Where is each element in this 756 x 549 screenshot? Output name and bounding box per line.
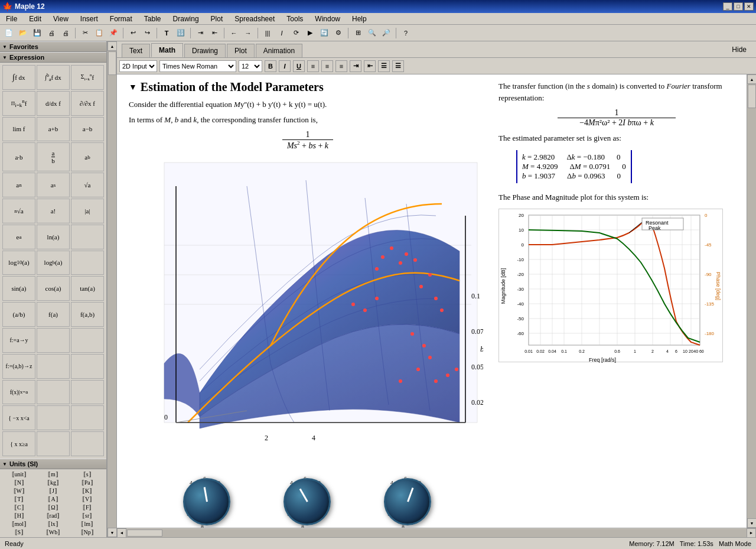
menu-drawing[interactable]: Drawing [170,14,203,24]
right-scroll-thumb[interactable] [748,85,756,108]
expr-factorial[interactable]: a! [37,199,70,223]
unit-unit[interactable]: ⟦unit⟧ [2,470,36,478]
tab-animation[interactable]: Animation [256,44,302,57]
menu-file[interactable]: File [2,14,21,24]
expr-subscript[interactable]: an [2,173,35,197]
outdent-format-button[interactable]: ⇤ [364,60,376,72]
expr-div[interactable]: ab [37,142,70,171]
expr-ln[interactable]: ln(a) [37,225,70,249]
menu-format[interactable]: Format [106,14,136,24]
expr-nth-root[interactable]: n√a [2,199,35,223]
expr-tan[interactable]: tan(a) [71,276,104,301]
right-scrollbar[interactable]: ▲ ▼ [747,74,756,528]
expr-log10[interactable]: log10(a) [2,251,35,275]
redo-button[interactable]: ↪ [141,27,154,40]
tab-math[interactable]: Math [151,43,183,57]
expr-pow[interactable]: ab [71,142,104,171]
knob-M[interactable] [183,478,230,525]
cut-button[interactable]: ✂ [79,27,92,40]
open-button[interactable]: 📂 [17,27,30,40]
favorites-header[interactable]: Favorites [0,41,106,52]
expr-cos[interactable]: cos(a) [37,276,70,301]
expression-header[interactable]: Expression [0,52,106,63]
expr-limit[interactable]: lim f [2,117,35,142]
mode-select[interactable]: 2D Input [119,60,157,72]
unit-Ohm[interactable]: ⟦Ω⟧ [37,503,70,511]
expr-integral-bounds[interactable]: ∫baf dx [37,65,70,90]
bottom-scrollbar[interactable]: ◄ ► [117,528,756,537]
expr-add[interactable]: a+b [37,117,70,142]
menu-edit[interactable]: Edit [25,14,45,24]
separator-button[interactable]: ||| [261,27,274,40]
align-right-button[interactable]: ≡ [335,60,347,72]
unit-N[interactable]: ⟦N⟧ [2,479,36,486]
paste-button[interactable]: 📌 [107,27,120,40]
expr-piecewise2[interactable]: { x x≥a [2,431,35,456]
zoom-in-button[interactable]: 🔍 [366,27,379,40]
expr-subscript-s[interactable]: as [37,173,70,197]
left-arrow-button[interactable]: ← [227,27,240,40]
menu-spreadsheet[interactable]: Spreadsheet [231,14,278,24]
right-scroll-up-button[interactable]: ▲ [747,74,756,84]
hide-button[interactable]: Hide [727,44,751,55]
unit-m[interactable]: ⟦m⟧ [37,470,70,478]
math-button[interactable]: 🔢 [174,27,187,40]
unit-lm[interactable]: ⟦lm⟧ [70,520,104,528]
knob-b[interactable] [284,478,331,525]
expr-product[interactable]: Πi=knf [2,91,35,116]
save-button[interactable]: 💾 [31,27,44,40]
refresh-button[interactable]: 🔄 [318,27,331,40]
scroll-down-button[interactable]: ▼ [107,528,117,537]
menu-insert[interactable]: Insert [77,14,102,24]
unit-K[interactable]: ⟦K⟧ [70,487,104,495]
menu-window[interactable]: Window [311,14,344,24]
menu-tools[interactable]: Tools [283,14,307,24]
align-left-button[interactable]: ≡ [307,60,319,72]
expr-mul[interactable]: a·b [2,142,35,171]
expr-map1[interactable]: f:=a→y [2,328,35,353]
expr-sum[interactable]: Σi=knf [71,65,104,90]
unit-rad[interactable]: ⟦rad⟧ [37,512,70,519]
expr-sin[interactable]: sin(a) [2,276,35,301]
bold-button[interactable]: B [265,60,276,72]
expr-map2[interactable]: f:=(a,b)→z [2,354,35,379]
outdent-button[interactable]: ⇤ [208,27,221,40]
unit-W[interactable]: ⟦W⟧ [2,487,36,495]
expr-partial[interactable]: ∂/∂x f [71,91,104,116]
menu-plot[interactable]: Plot [207,14,227,24]
tab-drawing[interactable]: Drawing [184,44,226,57]
hscroll-thumb[interactable] [127,529,162,537]
unit-A[interactable]: ⟦A⟧ [37,495,70,503]
expr-piecewise1[interactable]: { −x x<a [2,405,35,430]
symbol-button[interactable]: ⟳ [289,27,302,40]
expr-func1[interactable]: f(a) [37,302,70,327]
expr-integral-def[interactable]: ∫f dx [2,65,35,90]
italic-format-button[interactable]: I [279,60,291,72]
new-button[interactable]: 📄 [2,27,15,40]
copy-button[interactable]: 📋 [93,27,106,40]
unit-H[interactable]: ⟦H⟧ [2,512,36,519]
scroll-up-button[interactable]: ▲ [107,41,117,51]
size-select[interactable]: 12 [239,60,262,72]
list1-button[interactable]: ☰ [378,60,390,72]
indent-button[interactable]: ⇥ [194,27,207,40]
unit-sr[interactable]: ⟦sr⟧ [70,512,104,519]
unit-C[interactable]: ⟦C⟧ [2,503,36,511]
scroll-thumb[interactable] [108,51,116,75]
expr-sqrt[interactable]: √a [71,173,104,197]
unit-Np[interactable]: ⟦Np⟧ [70,528,104,536]
window-controls[interactable]: _ □ ✕ [723,2,754,11]
indent-format-button[interactable]: ⇥ [350,60,361,72]
expr-exp[interactable]: ea [2,225,35,249]
right-arrow-button[interactable]: → [242,27,255,40]
tab-text[interactable]: Text [122,44,150,57]
sidebar-scrollbar[interactable]: ▲ ▼ [107,41,116,537]
unit-T[interactable]: ⟦T⟧ [2,495,36,503]
knob-k[interactable] [384,478,431,525]
font-select[interactable]: Times New Roman [159,60,236,72]
unit-Wb[interactable]: ⟦Wb⟧ [37,528,70,536]
unit-mol[interactable]: ⟦mol⟧ [2,520,36,528]
menu-help[interactable]: Help [348,14,370,24]
right-scroll-down-button[interactable]: ▼ [747,518,756,528]
text-button[interactable]: T [160,27,173,40]
